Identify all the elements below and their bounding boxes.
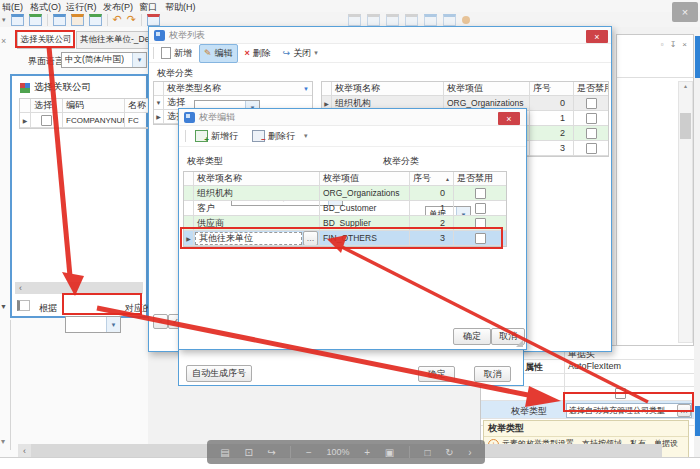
col-item-name[interactable]: 枚举项名称: [332, 82, 444, 95]
resize-grip[interactable]: [516, 340, 523, 347]
language-combo[interactable]: 中文(简体/中国) ▼: [61, 52, 147, 68]
viewer-refresh-icon[interactable]: ↻: [445, 447, 453, 458]
dock-pin-icon[interactable]: ↧: [670, 40, 677, 49]
viewer-share-icon[interactable]: ↪: [267, 447, 275, 458]
item-disabled-checkbox[interactable]: [586, 98, 597, 109]
new-page-icon: [161, 47, 171, 59]
basis-combo-caret-icon[interactable]: ▼: [106, 317, 120, 332]
viewer-actual-size-icon[interactable]: ▣: [385, 447, 394, 458]
company-table: 选择 编码 名称 ▶ FCOMPANYNUM... FC: [19, 98, 149, 129]
cell-ellipsis-button[interactable]: …: [303, 231, 318, 245]
prop-checkbox-row[interactable]: [481, 387, 694, 401]
scroll-left-icon[interactable]: ‹: [18, 444, 31, 457]
col-item-seq[interactable]: 序号: [530, 82, 574, 95]
back-ok-button[interactable]: 确定: [418, 366, 455, 382]
col-value[interactable]: 枚举项值: [320, 172, 410, 185]
back-cancel-button[interactable]: 取消: [474, 366, 511, 382]
filter-clear-button[interactable]: ×: [153, 314, 168, 329]
company-row-checkbox[interactable]: [41, 115, 52, 126]
viewer-save-icon[interactable]: ▤: [220, 447, 229, 458]
viewer-zoom-in-icon[interactable]: +: [364, 447, 370, 458]
enum-edit-close-button[interactable]: ×: [498, 112, 520, 125]
dock-close-icon[interactable]: ×: [682, 40, 687, 49]
enum-edit-row-selected[interactable]: ▶ 其他往来单位 … FIN_OTHERS 3: [184, 231, 506, 246]
window-add-icon[interactable]: [89, 14, 102, 26]
company-col-name[interactable]: 名称: [125, 99, 146, 112]
enum-list-delete-button[interactable]: × 删除: [240, 44, 276, 63]
left-edge-caret-icon[interactable]: ▾: [1, 437, 5, 446]
company-row[interactable]: ▶ FCOMPANYNUM... FC: [20, 113, 148, 128]
enum-list-close-button[interactable]: ×: [586, 30, 608, 43]
enum-list-edit-button[interactable]: ✎ 编辑: [199, 44, 238, 63]
prop-checkbox[interactable]: [615, 388, 626, 399]
window-green-icon[interactable]: [29, 14, 42, 26]
company-col-select[interactable]: 选择: [31, 99, 63, 112]
prop-enum-type-row[interactable]: 枚举类型 选择自动填充管理公司类型 …: [481, 401, 694, 419]
hidden-panel-close-icon[interactable]: ×: [1, 36, 6, 46]
item-disabled-checkbox[interactable]: [586, 143, 597, 154]
viewer-fit-icon[interactable]: □: [424, 447, 430, 458]
language-combo-caret-icon[interactable]: ▼: [132, 53, 146, 67]
faint-anchor-icon[interactable]: [462, 16, 470, 24]
col-disabled[interactable]: 是否禁用: [454, 172, 506, 185]
redo-icon[interactable]: ↷: [127, 13, 136, 26]
enum-list-titlebar[interactable]: 枚举列表: [149, 27, 611, 44]
viewer-close-button[interactable]: ×: [672, 2, 698, 22]
enum-edit-row[interactable]: 供应商 BD_Supplier 2: [184, 216, 506, 231]
window-icon[interactable]: [11, 14, 24, 26]
enum-edit-titlebar[interactable]: 枚举编辑: [179, 109, 526, 126]
doc-tab-company[interactable]: 选择关联公司: [17, 31, 75, 49]
dock-maximize-icon[interactable]: ▫: [661, 40, 664, 49]
sort-asc-icon[interactable]: ▲: [445, 176, 450, 182]
prop-enum-type-editor[interactable]: 选择自动填充管理公司类型 …: [566, 403, 692, 418]
viewer-window-icon[interactable]: ⊡: [244, 447, 252, 458]
delete-row-button[interactable]: − 删除行: [247, 127, 300, 146]
designer-hscrollbar[interactable]: ‹: [15, 282, 143, 294]
faint-blue-icon[interactable]: [424, 14, 437, 26]
filter-funnel-icon[interactable]: ▼: [303, 86, 309, 92]
ok-button[interactable]: 确定: [453, 328, 491, 345]
basis-combo[interactable]: ▼: [65, 316, 121, 333]
disabled-checkbox[interactable]: [475, 203, 486, 214]
faint-icon[interactable]: [405, 14, 418, 26]
add-row-button[interactable]: + 新增行: [190, 127, 243, 146]
disabled-checkbox[interactable]: [475, 233, 486, 244]
enum-list-close-menu-button[interactable]: ↪ 关闭 ▾: [278, 44, 323, 63]
faint-icon[interactable]: [367, 14, 380, 26]
prop-enum-type-ellipsis-button[interactable]: …: [677, 404, 691, 417]
row-marker-icon: ▶: [154, 110, 164, 123]
company-col-code[interactable]: 编码: [63, 99, 125, 112]
auto-seq-button[interactable]: 自动生成序号: [186, 365, 252, 382]
faint-blue-icon[interactable]: [443, 14, 456, 26]
col-seq[interactable]: 序号 ▲: [410, 172, 454, 185]
misc-red-icon[interactable]: [147, 14, 160, 26]
item-disabled-checkbox[interactable]: [586, 128, 597, 139]
item-disabled-checkbox[interactable]: [586, 113, 597, 124]
viewer-more-icon[interactable]: ›: [468, 447, 471, 458]
viewer-zoom-out-icon[interactable]: −: [306, 447, 312, 458]
scroll-up-icon[interactable]: ▴: [679, 82, 692, 89]
enum-edit-row[interactable]: 客户 BD_Customer 1: [184, 201, 506, 216]
toolbar-caret-icon[interactable]: ▾: [304, 132, 308, 140]
col-name[interactable]: 枚举项名称: [194, 172, 320, 185]
scroll-thumb[interactable]: [680, 113, 691, 139]
faint-icon[interactable]: [386, 14, 399, 26]
dock-vscrollbar[interactable]: ▴: [678, 81, 693, 343]
cell-name-editbox[interactable]: 其他往来单位: [195, 232, 302, 245]
disabled-checkbox[interactable]: [475, 188, 486, 199]
enum-edit-row[interactable]: 组织机构 ORG_Organizations 0: [184, 186, 506, 201]
toolbar-caret-icon[interactable]: ▾: [2, 16, 6, 24]
enum-type-col-header[interactable]: 枚举类型名称 ▼: [164, 82, 312, 95]
window2-icon[interactable]: [53, 14, 66, 26]
enum-list-new-button[interactable]: 新增: [156, 44, 197, 63]
faint-icon[interactable]: [348, 14, 361, 26]
row-marker-icon: ▶: [184, 231, 194, 245]
col-item-value[interactable]: 枚举项值: [444, 82, 530, 95]
col-item-disabled[interactable]: 是否禁用: [574, 82, 608, 95]
left-edge-collapse-icon[interactable]: ▼: [0, 303, 7, 310]
hammer-icon[interactable]: [71, 14, 84, 26]
scroll-left-icon[interactable]: ‹: [15, 283, 22, 293]
undo-icon[interactable]: ↶: [113, 13, 122, 26]
disabled-checkbox[interactable]: [475, 218, 486, 229]
language-label: 界面语言: [28, 55, 64, 68]
